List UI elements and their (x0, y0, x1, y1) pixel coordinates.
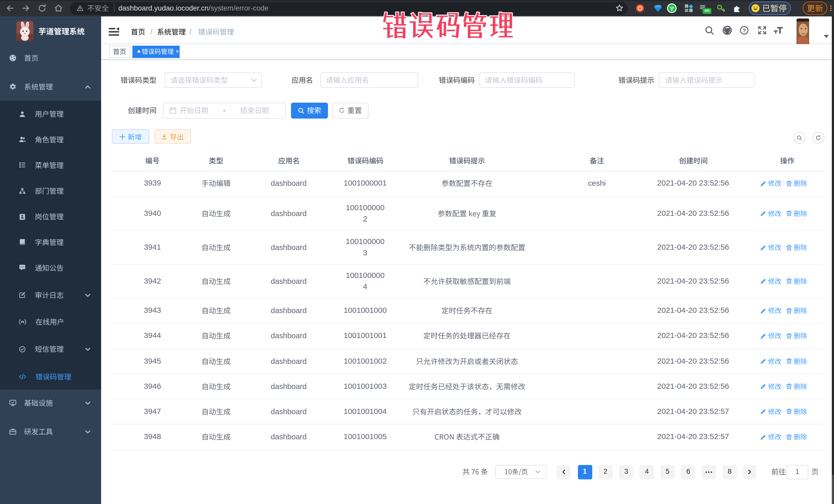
svg-text:?: ? (743, 27, 746, 34)
